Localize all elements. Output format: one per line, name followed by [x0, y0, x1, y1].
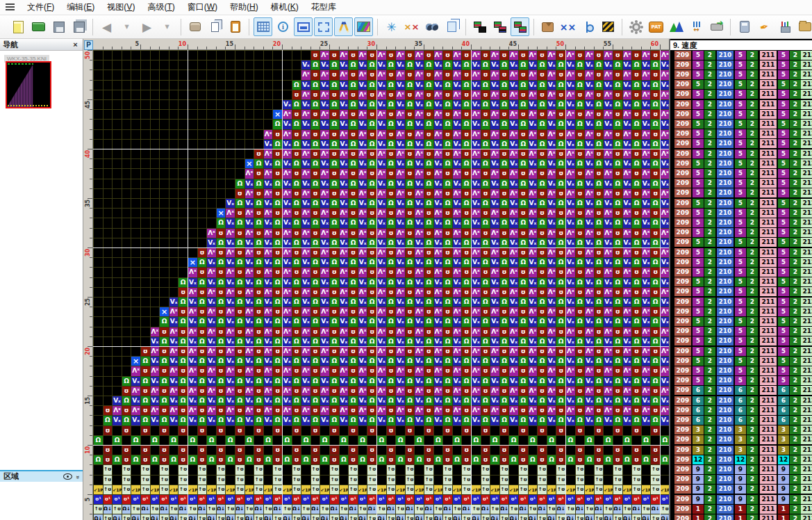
pattern-cell[interactable]: Ω — [481, 199, 490, 208]
speed-suffix-cell[interactable]: 2 — [790, 268, 801, 277]
pattern-cell[interactable]: Vₓ — [661, 238, 669, 247]
pattern-cell[interactable]: ʊ — [651, 110, 660, 119]
pattern-cell[interactable]: ʊ — [538, 288, 547, 297]
pattern-cell[interactable]: Vₓ — [509, 140, 518, 149]
carrier-number-cell[interactable]: 209 — [674, 188, 691, 197]
pattern-cell[interactable]: Λˣ — [320, 110, 329, 119]
pattern-cell[interactable]: Ω↓ — [292, 505, 301, 514]
pattern-cell[interactable]: Ω — [235, 179, 245, 188]
pattern-cell[interactable]: Λˣ — [245, 366, 254, 375]
pattern-cell[interactable]: ↑ʊ — [292, 485, 301, 494]
pattern-cell[interactable]: Λˣ — [264, 307, 273, 316]
pattern-cell[interactable]: Ω — [301, 455, 310, 464]
pattern-cell[interactable]: Λˣ — [415, 90, 424, 99]
pattern-cell[interactable]: Vₓ — [529, 81, 538, 90]
pattern-cell[interactable]: Ω — [576, 179, 585, 188]
speed-value-cell[interactable]: 9 — [693, 465, 704, 474]
pattern-cell[interactable]: Ω — [462, 199, 471, 208]
pattern-cell[interactable]: Vₓ — [472, 238, 481, 247]
pattern-cell[interactable]: Ω — [481, 258, 490, 267]
pattern-cell[interactable]: ʊ — [387, 288, 396, 297]
pattern-cell[interactable]: Vₓ — [245, 357, 254, 366]
carrier-number-cell[interactable]: 211 — [760, 248, 777, 257]
pattern-cell[interactable]: Λˣ — [151, 387, 160, 396]
pattern-cell[interactable]: Vₓ — [415, 377, 424, 386]
pattern-cell[interactable]: ʊ — [387, 327, 396, 336]
pattern-cell[interactable]: Λˣ — [131, 387, 140, 396]
pattern-cell[interactable]: Vₓ — [490, 377, 499, 386]
speed-suffix-cell[interactable]: 2 — [747, 199, 758, 208]
pattern-cell[interactable]: Λˣ — [283, 229, 292, 238]
pattern-cell[interactable]: Ω — [500, 357, 509, 366]
pattern-cell[interactable]: Λˣ — [529, 209, 538, 218]
speed-suffix-cell[interactable]: 2 — [747, 425, 758, 434]
pattern-cell[interactable]: ↑ʊ — [529, 505, 538, 514]
pattern-cell[interactable]: Ω — [613, 258, 622, 267]
speed-value-cell[interactable]: 5 — [693, 327, 704, 336]
pattern-cell[interactable]: Λˣ — [301, 229, 310, 238]
pattern-cell[interactable]: Ω — [264, 436, 273, 445]
pattern-cell[interactable]: ↑ʊ — [141, 465, 150, 474]
speed-suffix-cell[interactable]: 2 — [747, 139, 758, 148]
pattern-cell[interactable]: ʊ — [217, 288, 226, 297]
pattern-cell[interactable]: Ω — [481, 60, 490, 70]
pattern-cell[interactable]: ʊ — [387, 347, 396, 356]
carrier-number-cell[interactable]: 212 — [801, 317, 812, 326]
speed-suffix-cell[interactable]: 2 — [704, 455, 715, 464]
pattern-cell[interactable]: Vₓ — [207, 298, 216, 307]
speed-suffix-cell[interactable]: 2 — [747, 485, 758, 494]
pattern-cell[interactable]: Vₓ — [301, 179, 310, 188]
pattern-cell[interactable]: Vₓ — [661, 317, 669, 326]
pattern-cell[interactable]: Ω — [651, 258, 660, 267]
pattern-cell[interactable]: Ω — [406, 278, 415, 287]
pattern-cell[interactable]: Λˣ — [566, 209, 575, 218]
carrier-number-cell[interactable]: 212 — [801, 209, 812, 218]
pattern-cell[interactable]: Λˣ — [490, 406, 499, 415]
pattern-cell[interactable]: Vₓ — [472, 159, 481, 168]
pattern-cell[interactable]: Vₓ — [434, 218, 443, 227]
pattern-cell[interactable]: ʊ — [519, 455, 528, 464]
pattern-cell[interactable]: Ω — [151, 436, 160, 445]
pattern-cell[interactable]: Ω — [481, 179, 490, 188]
pattern-cell[interactable]: ↑ʊ — [632, 476, 641, 485]
pattern-cell[interactable]: ʊ — [330, 455, 339, 464]
pattern-cell[interactable]: ↑ʊ — [283, 505, 292, 514]
pattern-cell[interactable]: Ω↓ — [387, 505, 396, 514]
pattern-cell[interactable]: Ω — [519, 179, 528, 188]
pattern-cell[interactable]: Ω — [349, 337, 358, 346]
pattern-cell[interactable]: ↑ʊ — [547, 505, 556, 514]
pattern-cell[interactable]: ʊ — [254, 229, 263, 238]
pattern-cell[interactable]: ʊ — [595, 51, 604, 60]
pattern-cell[interactable]: Λˣ — [472, 347, 481, 356]
pattern-cell[interactable]: ↙1P — [585, 485, 594, 494]
pattern-cell[interactable]: Ω — [556, 81, 565, 90]
pattern-cell[interactable]: Λˣ — [340, 70, 349, 79]
pattern-cell[interactable]: ʊ — [462, 426, 471, 435]
pattern-cell[interactable]: ʊ — [481, 426, 490, 435]
pattern-cell[interactable]: Vₓ — [472, 120, 481, 129]
pattern-cell[interactable]: Λˣ — [434, 307, 443, 316]
speed-suffix-cell[interactable]: 2 — [790, 475, 801, 484]
pattern-cell[interactable]: Λˣ — [188, 366, 197, 375]
pattern-cell[interactable]: Ω — [273, 258, 282, 267]
pattern-cell[interactable]: ʊ — [311, 169, 320, 178]
pattern-cell[interactable]: Vₓ — [264, 396, 273, 405]
carrier-number-cell[interactable]: 212 — [801, 495, 812, 504]
pattern-cell[interactable]: Λˣ — [490, 248, 499, 257]
pattern-cell[interactable]: Vₓ — [472, 317, 481, 326]
pattern-cell[interactable]: Vₓ — [340, 100, 349, 109]
pattern-cell[interactable]: Vₓ — [642, 337, 651, 346]
pattern-cell[interactable]: ʊ — [217, 446, 226, 455]
pattern-cell[interactable]: ʊ — [160, 406, 169, 415]
pattern-cell[interactable]: ʊ — [367, 149, 376, 159]
pattern-cell[interactable]: ʊ — [179, 288, 188, 297]
speed-value-cell[interactable]: 1 — [735, 514, 746, 520]
pattern-cell[interactable]: Vₓ — [264, 357, 273, 366]
pattern-cell[interactable]: Ω — [406, 396, 415, 405]
pattern-cell[interactable]: Vₓ — [547, 60, 556, 70]
speed-suffix-cell[interactable]: 2 — [790, 446, 801, 455]
pattern-cell[interactable]: Λˣ — [661, 169, 669, 178]
pattern-cell[interactable]: Λˣ — [642, 406, 651, 415]
speed-value-cell[interactable]: 5 — [735, 188, 746, 197]
chevron-collapse-icon[interactable]: » — [74, 475, 81, 478]
